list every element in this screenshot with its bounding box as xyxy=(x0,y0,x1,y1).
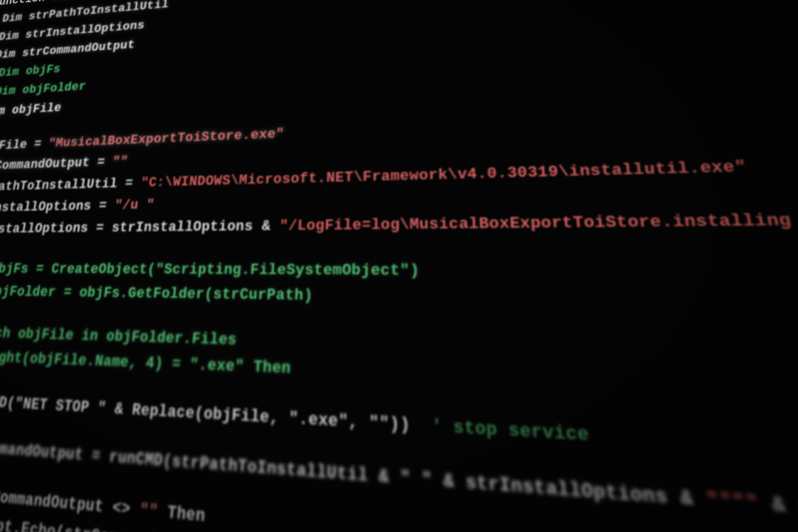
code-display: Function UnInstallService(strCurPath) Di… xyxy=(0,0,798,532)
code-block: Function UnInstallService(strCurPath) Di… xyxy=(0,0,798,532)
